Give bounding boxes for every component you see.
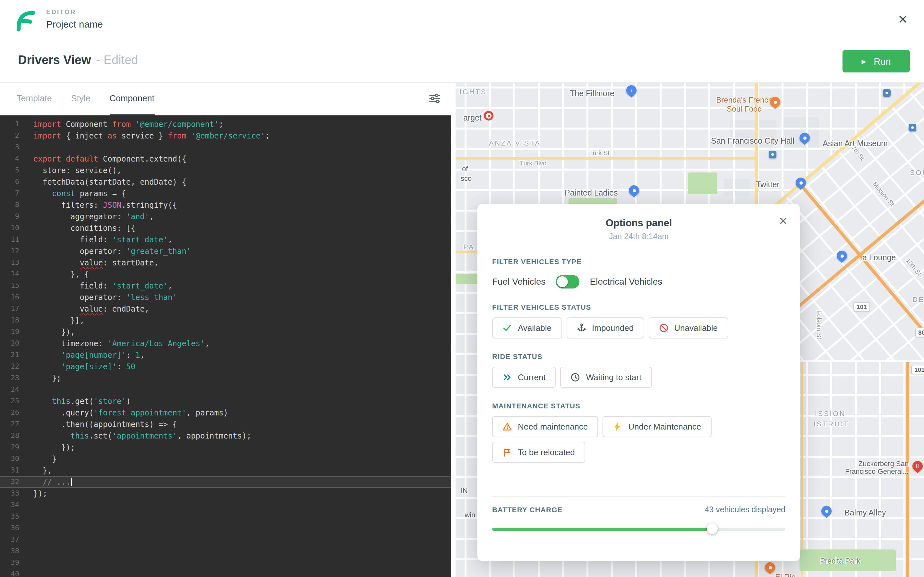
forest-logo-icon[interactable] <box>14 10 36 31</box>
code-token: '@ember/component' <box>136 120 219 129</box>
current-button[interactable]: Current <box>492 367 556 388</box>
code-line: 38 <box>0 546 451 557</box>
code-line-content: }); <box>19 488 47 500</box>
code-line: 7 const params = { <box>0 188 451 199</box>
under-maintenance-button[interactable]: Under Maintenance <box>603 416 711 437</box>
run-button[interactable]: ▶ Run <box>843 50 910 73</box>
route-shield: 101 <box>911 365 924 374</box>
painted-ladies-marker[interactable] <box>629 185 639 195</box>
code-line: 14 }, { <box>0 269 451 280</box>
need-maintenance-button[interactable]: Need maintenance <box>492 416 598 437</box>
vehicle-type-toggle[interactable] <box>556 275 580 288</box>
code-token: 'greater_than' <box>126 247 191 256</box>
battery-slider[interactable] <box>492 523 785 535</box>
map-label: DES <box>913 295 924 303</box>
code-token: , <box>168 235 172 244</box>
code-line-content: operator: 'greater_than' <box>19 245 191 257</box>
map-label: a Lounge <box>863 253 896 262</box>
marker-glyph <box>825 509 828 513</box>
options-panel-title: Options panel <box>492 218 785 229</box>
impounded-button[interactable]: Impounded <box>566 318 644 338</box>
code-line: 19 }), <box>0 326 451 338</box>
twitter-marker[interactable] <box>796 177 806 188</box>
transit-marker[interactable] <box>883 89 891 97</box>
marker-glyph <box>771 153 774 156</box>
code-line-content: }, <box>19 465 52 476</box>
map-label: 'win <box>463 511 475 519</box>
options-panel: Options panel Jan 24th 8:14am × FILTER V… <box>477 204 800 561</box>
code-line: 36 <box>0 522 451 534</box>
target-store-marker[interactable] <box>484 111 493 121</box>
project-name: Project name <box>46 19 103 29</box>
button-label: Need maintenance <box>518 422 588 432</box>
tab-component[interactable]: Component <box>110 83 155 115</box>
code-line: 4export default Component.extend({ <box>0 153 451 165</box>
available-button[interactable]: Available <box>492 318 562 338</box>
map-label: IN <box>461 487 468 494</box>
vehicles-displayed-count: 43 vehicules displayed <box>704 505 785 514</box>
section-label: MAINTENANCE STATUS <box>492 402 785 410</box>
marker-glyph <box>799 181 803 184</box>
tune-icon[interactable] <box>429 93 440 106</box>
line-number: 12 <box>0 245 19 257</box>
hospital-marker[interactable]: H <box>913 461 923 471</box>
editor-tabs-row: TemplateStyleComponent <box>0 83 456 115</box>
code-line: 31 }, <box>0 465 451 476</box>
map[interactable]: IGHTSThe FillmoreBrenda's French Soul Fo… <box>456 83 924 577</box>
map-label: Turk St <box>589 149 610 156</box>
marker-glyph <box>768 566 772 569</box>
music-venue-marker[interactable]: ♪ <box>626 85 636 95</box>
to-be-relocated-button[interactable]: To be relocated <box>492 442 585 463</box>
lounge-marker[interactable] <box>837 251 847 261</box>
map-label: Twitter <box>756 180 780 189</box>
code-token: }; <box>33 374 61 383</box>
edited-status: - Edited <box>96 53 138 67</box>
code-line-content <box>19 569 33 577</box>
line-number: 18 <box>0 315 19 326</box>
vehicle-type-row: Fuel VehiclesElectrical Vehicles <box>492 274 785 289</box>
view-bar: Drivers View- Edited ▶ Run <box>0 41 924 83</box>
code-line-content <box>19 522 33 534</box>
battery-slider-knob[interactable] <box>707 523 718 534</box>
code-line: 6 fetchData(startDate, endDate) { <box>0 176 451 188</box>
code-token: operator: <box>33 293 126 302</box>
code-line: 30 } <box>0 453 451 465</box>
restaurant-marker[interactable] <box>770 97 780 107</box>
map-label: SOM <box>910 169 924 176</box>
transit-marker[interactable] <box>909 124 916 131</box>
code-token: 'page[number]' <box>61 351 126 359</box>
line-number: 22 <box>0 361 19 372</box>
code-line: 22 'page[size]': 50 <box>0 361 451 372</box>
city-hall-marker[interactable] <box>800 133 810 143</box>
code-line-content <box>19 500 33 511</box>
code-token: 50 <box>126 362 136 371</box>
el-rio-marker[interactable] <box>765 562 775 572</box>
code-token: value <box>80 258 103 268</box>
code-line-content: conditions: [{ <box>19 222 136 234</box>
line-number: 13 <box>0 257 19 269</box>
toggle-right-label: Electrical Vehicles <box>590 276 662 287</box>
code-line-content: field: 'start_date', <box>19 234 173 245</box>
unavailable-button[interactable]: Unavailable <box>648 318 728 338</box>
lightning-icon <box>613 422 622 432</box>
code-token: 'start_date' <box>112 235 168 244</box>
tab-style[interactable]: Style <box>71 83 90 115</box>
check-icon <box>502 323 512 333</box>
no-entry-icon <box>659 323 668 333</box>
code-line-content: .then((appointments) => { <box>19 419 177 430</box>
panel-close-icon[interactable]: × <box>779 213 787 229</box>
line-number: 9 <box>0 211 19 222</box>
transit-marker[interactable] <box>769 151 776 158</box>
line-number: 3 <box>0 142 19 153</box>
close-icon[interactable]: × <box>898 11 907 27</box>
waiting-to-start-button[interactable]: Waiting to start <box>561 367 652 388</box>
code-editor[interactable]: 1import Component from '@ember/component… <box>0 115 451 577</box>
code-line-content: import { inject as service } from '@embe… <box>19 130 270 142</box>
line-number: 27 <box>0 419 19 430</box>
tab-template[interactable]: Template <box>17 83 52 115</box>
code-token: { inject <box>66 131 107 140</box>
code-line: 18 }], <box>0 315 451 326</box>
code-line: 34 <box>0 500 451 511</box>
code-line-content: this.set('appointments', appointments); <box>19 430 251 442</box>
balmy-alley-marker[interactable] <box>821 506 832 516</box>
